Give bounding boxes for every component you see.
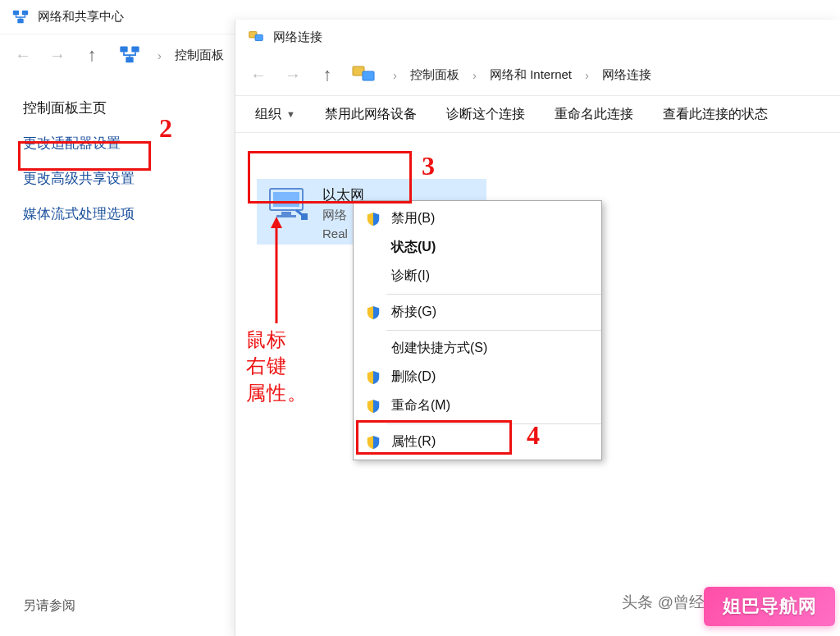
sidebar-link-advanced-sharing[interactable]: 更改高级共享设置 <box>23 169 135 188</box>
see-also-heading: 另请参阅 <box>23 597 75 615</box>
menu-item-label: 禁用(B) <box>391 210 435 227</box>
toolbar-status-button[interactable]: 查看此连接的状态 <box>663 106 768 123</box>
network-connections-icon <box>247 28 265 46</box>
menu-separator <box>386 330 601 331</box>
chevron-right-icon: › <box>471 68 478 82</box>
watermark-brand-badge: 姐巴导航网 <box>704 587 835 626</box>
svg-rect-5 <box>126 57 133 62</box>
caret-down-icon: ▼ <box>286 109 295 119</box>
svg-rect-4 <box>131 47 139 53</box>
menu-item-status[interactable]: 状态(U) <box>354 233 601 262</box>
shield-icon <box>365 211 381 227</box>
svg-rect-12 <box>281 212 291 215</box>
sidebar-link-home[interactable]: 控制面板主页 <box>23 98 135 117</box>
front-titlebar: 网络连接 <box>235 20 840 54</box>
toolbar-organize-button[interactable]: 组织 ▼ <box>255 106 295 123</box>
breadcrumb-control-panel[interactable]: 控制面板 <box>410 67 459 83</box>
svg-rect-2 <box>17 18 23 23</box>
front-window-title: 网络连接 <box>273 30 322 45</box>
shield-icon <box>365 304 381 321</box>
front-nav-forward-icon[interactable]: → <box>281 63 304 86</box>
shield-icon <box>365 434 381 451</box>
menu-separator <box>386 294 601 295</box>
network-sharing-icon <box>115 40 144 70</box>
menu-item-label: 诊断(I) <box>391 268 430 285</box>
menu-item-label: 重命名(M) <box>391 397 450 414</box>
sidebar-link-media-streaming[interactable]: 媒体流式处理选项 <box>23 204 135 223</box>
chevron-right-icon: › <box>156 48 163 62</box>
shield-icon <box>365 398 381 414</box>
menu-item-disable[interactable]: 禁用(B) <box>354 204 601 233</box>
menu-item-properties[interactable]: 属性(R) <box>354 428 601 456</box>
sidebar-links: 控制面板主页 更改适配器设置 更改高级共享设置 媒体流式处理选项 <box>23 98 135 223</box>
network-connections-nav-icon <box>350 60 380 89</box>
menu-item-label: 状态(U) <box>391 239 436 256</box>
svg-rect-11 <box>273 192 299 207</box>
svg-rect-13 <box>276 215 296 217</box>
menu-item-label: 创建快捷方式(S) <box>391 340 487 357</box>
menu-item-label: 桥接(G) <box>391 304 436 321</box>
watermark-brand-label: 姐巴导航网 <box>723 594 817 619</box>
sidebar-link-adapter-settings[interactable]: 更改适配器设置 <box>23 134 135 153</box>
svg-rect-9 <box>363 71 374 80</box>
svg-rect-0 <box>13 10 19 15</box>
network-center-icon <box>11 8 30 26</box>
menu-item-diagnose[interactable]: 诊断(I) <box>354 262 601 291</box>
back-nav-back-icon[interactable]: ← <box>11 43 34 66</box>
breadcrumb-control-panel[interactable]: 控制面板 <box>175 48 224 63</box>
menu-item-bridge[interactable]: 桥接(G) <box>354 298 601 327</box>
chevron-right-icon: › <box>583 68 591 82</box>
back-nav-up-icon[interactable]: ↑ <box>80 43 103 66</box>
menu-item-label: 删除(D) <box>391 368 436 386</box>
svg-rect-7 <box>255 34 262 40</box>
menu-item-delete[interactable]: 删除(D) <box>354 363 601 391</box>
toolbar-diagnose-button[interactable]: 诊断这个连接 <box>446 106 525 123</box>
toolbar-disable-button[interactable]: 禁用此网络设备 <box>325 106 417 123</box>
front-nav-back-icon[interactable]: ← <box>247 63 270 86</box>
breadcrumb-network-internet[interactable]: 网络和 Internet <box>490 67 572 83</box>
front-toolbar: 组织 ▼ 禁用此网络设备 诊断这个连接 重命名此连接 查看此连接的状态 <box>235 95 840 133</box>
menu-item-rename[interactable]: 重命名(M) <box>354 391 601 420</box>
back-window-title: 网络和共享中心 <box>38 9 124 25</box>
ethernet-adapter-icon <box>265 184 311 223</box>
front-navbar: ← → ↑ › 控制面板 › 网络和 Internet › 网络连接 <box>235 54 840 95</box>
menu-item-label: 属性(R) <box>391 433 436 451</box>
breadcrumb-network-connections[interactable]: 网络连接 <box>602 67 651 83</box>
adapter-context-menu: 禁用(B) 状态(U) 诊断(I) 桥接(G) 创建快捷方式(S) 删除(D) … <box>353 200 602 460</box>
menu-separator <box>386 423 601 424</box>
svg-rect-3 <box>120 47 127 53</box>
toolbar-rename-button[interactable]: 重命名此连接 <box>555 106 633 123</box>
chevron-right-icon: › <box>391 68 399 82</box>
svg-rect-14 <box>301 213 308 220</box>
back-nav-forward-icon[interactable]: → <box>46 43 69 66</box>
front-nav-up-icon[interactable]: ↑ <box>316 63 339 86</box>
shield-icon <box>365 369 381 386</box>
toolbar-organize-label: 组织 <box>255 106 281 123</box>
menu-item-create-shortcut[interactable]: 创建快捷方式(S) <box>354 334 601 363</box>
svg-rect-1 <box>22 10 28 15</box>
